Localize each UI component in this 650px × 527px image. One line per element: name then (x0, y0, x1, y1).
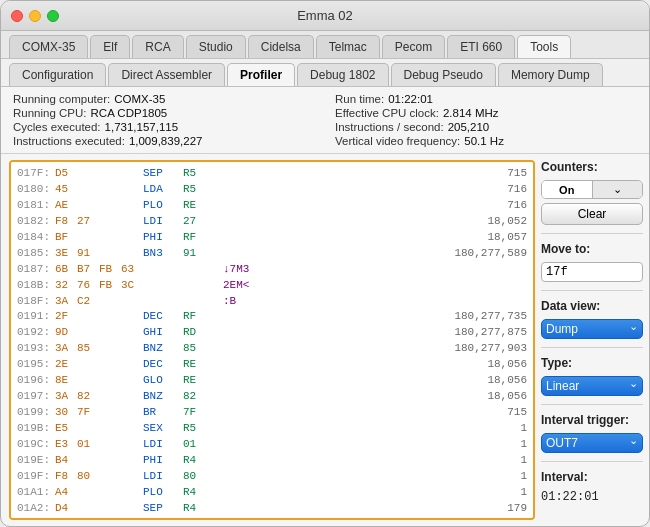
tab-rca[interactable]: RCA (132, 35, 183, 58)
code-panel[interactable]: 017F:D5SEPR57150180:45LDAR57160181:AEPLO… (9, 160, 535, 520)
interval-trigger-label: Interval trigger: (541, 413, 643, 427)
hex1-cell: 45 (55, 182, 77, 198)
tab-studio[interactable]: Studio (186, 35, 246, 58)
cycles-label: Cycles executed: (13, 121, 101, 133)
hex2-cell: B7 (77, 262, 99, 278)
tab-profiler[interactable]: Profiler (227, 63, 295, 86)
main-window: Emma 02 COMX-35 Elf RCA Studio Cidelsa T… (0, 0, 650, 527)
count-cell: 1 (510, 437, 527, 453)
count-cell: 18,057 (477, 230, 527, 246)
tab-elf[interactable]: Elf (90, 35, 130, 58)
table-row: 0195:2EDECRE18,056 (11, 357, 533, 373)
instructions-label: Instructions executed: (13, 135, 125, 147)
tab-comx35[interactable]: COMX-35 (9, 35, 88, 58)
mnem-cell: GLO (143, 373, 183, 389)
second-tab-bar: Configuration Direct Assembler Profiler … (1, 59, 649, 87)
hex1-cell: 2F (55, 309, 77, 325)
divider-1 (541, 233, 643, 234)
mnem-cell: GHI (143, 325, 183, 341)
table-row: 0197:3A82BNZ8218,056 (11, 389, 533, 405)
tab-cidelsa[interactable]: Cidelsa (248, 35, 314, 58)
count-cell: 1 (510, 453, 527, 469)
op-cell: R4 (183, 501, 223, 517)
mnem-cell: SEX (143, 421, 183, 437)
count-cell: 18,056 (477, 389, 527, 405)
addr-cell: 0197: (17, 389, 55, 405)
clear-button[interactable]: Clear (541, 203, 643, 225)
op-cell: 80 (183, 469, 223, 485)
mnem-cell: BNZ (143, 341, 183, 357)
table-row: 019E:B4PHIR41 (11, 453, 533, 469)
title-bar: Emma 02 (1, 1, 649, 31)
type-select[interactable]: Linear (541, 376, 643, 396)
addr-cell: 01A2: (17, 501, 55, 517)
tab-direct-assembler[interactable]: Direct Assembler (108, 63, 225, 86)
tab-tools[interactable]: Tools (517, 35, 571, 58)
op-cell: RE (183, 373, 223, 389)
table-row: 0191:2FDECRF180,277,735 (11, 309, 533, 325)
table-row: 0196:8EGLORE18,056 (11, 373, 533, 389)
running-computer-label: Running computer: (13, 93, 110, 105)
addr-cell: 019B: (17, 421, 55, 437)
cycles-value: 1,731,157,115 (105, 121, 179, 133)
hex1-cell: 8E (55, 373, 77, 389)
table-row: 0182:F827LDI2718,052 (11, 214, 533, 230)
op-cell: RE (183, 357, 223, 373)
tab-debug1802[interactable]: Debug 1802 (297, 63, 388, 86)
op-cell: 82 (183, 389, 223, 405)
data-view-select[interactable]: Dump (541, 319, 643, 339)
hex1-cell: 3A (55, 294, 77, 310)
op-cell: RE (183, 198, 223, 214)
addr-cell: 018F: (17, 294, 55, 310)
on-off-toggle[interactable]: On ⌄ (541, 180, 643, 199)
count-cell: 1 (510, 421, 527, 437)
addr-cell: 0184: (17, 230, 55, 246)
close-button[interactable] (11, 10, 23, 22)
divider-2 (541, 290, 643, 291)
tab-eti660[interactable]: ETI 660 (447, 35, 515, 58)
hex1-cell: 6B (55, 262, 77, 278)
on-button[interactable]: On (542, 181, 593, 198)
vertical-value: 50.1 Hz (464, 135, 504, 147)
interval-trigger-select[interactable]: OUT7 (541, 433, 643, 453)
addr-cell: 0199: (17, 405, 55, 421)
count-cell: 18,052 (477, 214, 527, 230)
maximize-button[interactable] (47, 10, 59, 22)
op-cell: R5 (183, 166, 223, 182)
running-computer-value: COMX-35 (114, 93, 165, 105)
extra-cell: :B (223, 294, 236, 310)
off-button[interactable]: ⌄ (593, 181, 643, 198)
tab-configuration[interactable]: Configuration (9, 63, 106, 86)
count-cell: 1 (510, 485, 527, 501)
hex1-cell: A4 (55, 485, 77, 501)
tab-pecom[interactable]: Pecom (382, 35, 445, 58)
tab-debug-pseudo[interactable]: Debug Pseudo (391, 63, 496, 86)
interval-value: 01:22:01 (541, 490, 643, 504)
hex2-cell: 85 (77, 341, 99, 357)
mnem-cell: BNZ (143, 389, 183, 405)
addr-cell: 0193: (17, 341, 55, 357)
tab-memory-dump[interactable]: Memory Dump (498, 63, 603, 86)
table-row: 018B:3276FB3C2EM< (11, 278, 533, 294)
addr-cell: 0187: (17, 262, 55, 278)
data-view-label: Data view: (541, 299, 643, 313)
side-panel: Counters: On ⌄ Clear Move to: Data view:… (539, 154, 649, 526)
addr-cell: 01A1: (17, 485, 55, 501)
minimize-button[interactable] (29, 10, 41, 22)
op-cell: R4 (183, 485, 223, 501)
effective-cpu-label: Effective CPU clock: (335, 107, 439, 119)
type-wrapper: Linear (541, 376, 643, 396)
move-to-input[interactable] (541, 262, 643, 282)
mnem-cell: LDI (143, 469, 183, 485)
mnem-cell: L (143, 517, 183, 520)
mnem-cell: PLO (143, 198, 183, 214)
count-cell: 180,277,875 (444, 325, 527, 341)
tab-telmac[interactable]: Telmac (316, 35, 380, 58)
count-cell: 716 (497, 182, 527, 198)
count-cell: 1 (510, 469, 527, 485)
op-cell: RD (183, 325, 223, 341)
addr-cell: 0181: (17, 198, 55, 214)
hex1-cell: 30 (55, 405, 77, 421)
running-cpu-label: Running CPU: (13, 107, 87, 119)
mnem-cell: BN3 (143, 246, 183, 262)
